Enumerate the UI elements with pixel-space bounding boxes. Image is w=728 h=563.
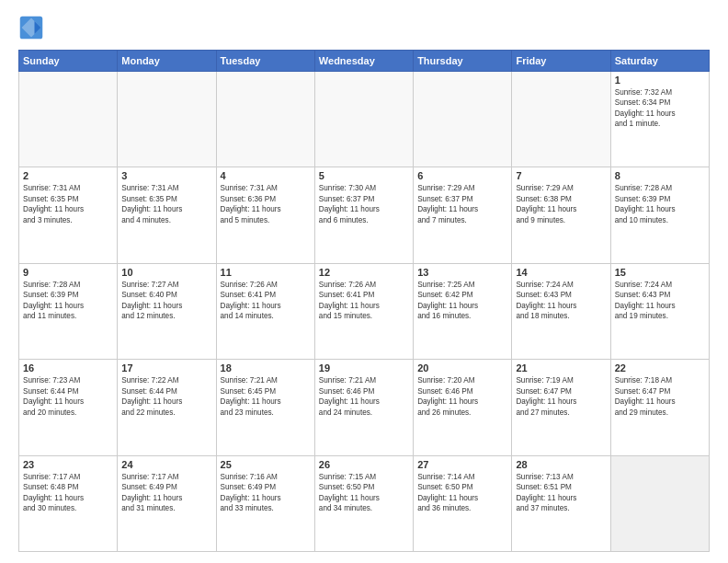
day-number: 7 bbox=[516, 170, 606, 181]
day-cell: 26Sunrise: 7:15 AM Sunset: 6:50 PM Dayli… bbox=[314, 455, 413, 551]
day-info: Sunrise: 7:24 AM Sunset: 6:43 PM Dayligh… bbox=[615, 280, 705, 322]
day-cell: 17Sunrise: 7:22 AM Sunset: 6:44 PM Dayli… bbox=[118, 360, 216, 455]
day-cell: 19Sunrise: 7:21 AM Sunset: 6:46 PM Dayli… bbox=[314, 360, 413, 455]
day-cell: 18Sunrise: 7:21 AM Sunset: 6:45 PM Dayli… bbox=[216, 360, 314, 455]
calendar-table: SundayMondayTuesdayWednesdayThursdayFrid… bbox=[18, 50, 710, 552]
day-cell: 21Sunrise: 7:19 AM Sunset: 6:47 PM Dayli… bbox=[512, 360, 610, 455]
day-number: 5 bbox=[319, 170, 409, 181]
weekday-header-friday: Friday bbox=[512, 51, 610, 72]
day-cell: 28Sunrise: 7:13 AM Sunset: 6:51 PM Dayli… bbox=[512, 455, 610, 551]
day-number: 21 bbox=[516, 362, 606, 373]
day-info: Sunrise: 7:14 AM Sunset: 6:50 PM Dayligh… bbox=[417, 472, 507, 514]
day-number: 10 bbox=[121, 267, 211, 278]
day-number: 22 bbox=[615, 362, 705, 373]
day-info: Sunrise: 7:21 AM Sunset: 6:46 PM Dayligh… bbox=[319, 375, 409, 418]
day-cell: 4Sunrise: 7:31 AM Sunset: 6:36 PM Daylig… bbox=[216, 167, 314, 263]
weekday-header-row: SundayMondayTuesdayWednesdayThursdayFrid… bbox=[19, 51, 710, 72]
day-number: 27 bbox=[417, 459, 507, 470]
weekday-header-saturday: Saturday bbox=[610, 51, 709, 72]
day-info: Sunrise: 7:31 AM Sunset: 6:35 PM Dayligh… bbox=[23, 183, 113, 225]
day-number: 28 bbox=[516, 459, 606, 470]
header bbox=[18, 15, 710, 40]
day-cell: 14Sunrise: 7:24 AM Sunset: 6:43 PM Dayli… bbox=[512, 263, 610, 359]
day-cell bbox=[610, 455, 709, 551]
day-info: Sunrise: 7:13 AM Sunset: 6:51 PM Dayligh… bbox=[516, 472, 606, 514]
day-info: Sunrise: 7:17 AM Sunset: 6:49 PM Dayligh… bbox=[121, 472, 211, 514]
day-cell: 24Sunrise: 7:17 AM Sunset: 6:49 PM Dayli… bbox=[118, 455, 216, 551]
week-row-4: 16Sunrise: 7:23 AM Sunset: 6:44 PM Dayli… bbox=[19, 360, 710, 455]
day-number: 13 bbox=[417, 267, 507, 278]
day-number: 4 bbox=[221, 170, 311, 181]
day-number: 18 bbox=[221, 362, 311, 373]
day-cell: 20Sunrise: 7:20 AM Sunset: 6:46 PM Dayli… bbox=[414, 360, 512, 455]
day-info: Sunrise: 7:22 AM Sunset: 6:44 PM Dayligh… bbox=[121, 375, 211, 418]
week-row-1: 1Sunrise: 7:32 AM Sunset: 6:34 PM Daylig… bbox=[19, 72, 710, 167]
week-row-3: 9Sunrise: 7:28 AM Sunset: 6:39 PM Daylig… bbox=[19, 263, 710, 359]
week-row-5: 23Sunrise: 7:17 AM Sunset: 6:48 PM Dayli… bbox=[19, 455, 710, 551]
day-number: 26 bbox=[319, 459, 409, 470]
day-info: Sunrise: 7:26 AM Sunset: 6:41 PM Dayligh… bbox=[319, 280, 409, 322]
day-number: 20 bbox=[417, 362, 507, 373]
day-number: 9 bbox=[23, 267, 113, 278]
day-number: 1 bbox=[615, 75, 705, 86]
day-number: 6 bbox=[417, 170, 507, 181]
day-info: Sunrise: 7:30 AM Sunset: 6:37 PM Dayligh… bbox=[319, 183, 409, 225]
day-cell: 3Sunrise: 7:31 AM Sunset: 6:35 PM Daylig… bbox=[118, 167, 216, 263]
day-cell: 13Sunrise: 7:25 AM Sunset: 6:42 PM Dayli… bbox=[414, 263, 512, 359]
day-cell: 25Sunrise: 7:16 AM Sunset: 6:49 PM Dayli… bbox=[216, 455, 314, 551]
day-number: 25 bbox=[221, 459, 311, 470]
day-cell: 27Sunrise: 7:14 AM Sunset: 6:50 PM Dayli… bbox=[414, 455, 512, 551]
weekday-header-thursday: Thursday bbox=[414, 51, 512, 72]
day-number: 2 bbox=[23, 170, 113, 181]
day-cell: 2Sunrise: 7:31 AM Sunset: 6:35 PM Daylig… bbox=[19, 167, 118, 263]
day-info: Sunrise: 7:16 AM Sunset: 6:49 PM Dayligh… bbox=[221, 472, 311, 514]
day-info: Sunrise: 7:29 AM Sunset: 6:38 PM Dayligh… bbox=[516, 183, 606, 225]
day-cell: 8Sunrise: 7:28 AM Sunset: 6:39 PM Daylig… bbox=[610, 167, 709, 263]
logo bbox=[18, 15, 48, 40]
day-number: 12 bbox=[319, 267, 409, 278]
day-cell bbox=[118, 72, 216, 167]
day-number: 23 bbox=[23, 459, 113, 470]
day-info: Sunrise: 7:31 AM Sunset: 6:35 PM Dayligh… bbox=[121, 183, 211, 225]
weekday-header-sunday: Sunday bbox=[19, 51, 118, 72]
day-info: Sunrise: 7:21 AM Sunset: 6:45 PM Dayligh… bbox=[221, 375, 311, 418]
day-cell: 1Sunrise: 7:32 AM Sunset: 6:34 PM Daylig… bbox=[610, 72, 709, 167]
day-number: 16 bbox=[23, 362, 113, 373]
day-info: Sunrise: 7:28 AM Sunset: 6:39 PM Dayligh… bbox=[23, 280, 113, 322]
weekday-header-monday: Monday bbox=[118, 51, 216, 72]
week-row-2: 2Sunrise: 7:31 AM Sunset: 6:35 PM Daylig… bbox=[19, 167, 710, 263]
day-number: 17 bbox=[121, 362, 211, 373]
day-number: 19 bbox=[319, 362, 409, 373]
day-cell: 5Sunrise: 7:30 AM Sunset: 6:37 PM Daylig… bbox=[314, 167, 413, 263]
day-cell bbox=[314, 72, 413, 167]
logo-icon bbox=[18, 15, 44, 40]
day-info: Sunrise: 7:24 AM Sunset: 6:43 PM Dayligh… bbox=[516, 280, 606, 322]
day-cell: 15Sunrise: 7:24 AM Sunset: 6:43 PM Dayli… bbox=[610, 263, 709, 359]
day-number: 11 bbox=[221, 267, 311, 278]
day-cell bbox=[414, 72, 512, 167]
day-info: Sunrise: 7:19 AM Sunset: 6:47 PM Dayligh… bbox=[516, 375, 606, 418]
day-info: Sunrise: 7:28 AM Sunset: 6:39 PM Dayligh… bbox=[615, 183, 705, 225]
day-info: Sunrise: 7:26 AM Sunset: 6:41 PM Dayligh… bbox=[221, 280, 311, 322]
day-number: 24 bbox=[121, 459, 211, 470]
day-cell bbox=[19, 72, 118, 167]
day-cell: 10Sunrise: 7:27 AM Sunset: 6:40 PM Dayli… bbox=[118, 263, 216, 359]
day-cell: 11Sunrise: 7:26 AM Sunset: 6:41 PM Dayli… bbox=[216, 263, 314, 359]
day-cell: 23Sunrise: 7:17 AM Sunset: 6:48 PM Dayli… bbox=[19, 455, 118, 551]
weekday-header-wednesday: Wednesday bbox=[314, 51, 413, 72]
day-info: Sunrise: 7:25 AM Sunset: 6:42 PM Dayligh… bbox=[417, 280, 507, 322]
day-info: Sunrise: 7:20 AM Sunset: 6:46 PM Dayligh… bbox=[417, 375, 507, 418]
day-cell: 6Sunrise: 7:29 AM Sunset: 6:37 PM Daylig… bbox=[414, 167, 512, 263]
day-cell: 22Sunrise: 7:18 AM Sunset: 6:47 PM Dayli… bbox=[610, 360, 709, 455]
day-info: Sunrise: 7:32 AM Sunset: 6:34 PM Dayligh… bbox=[615, 87, 705, 130]
day-number: 15 bbox=[615, 267, 705, 278]
day-cell bbox=[512, 72, 610, 167]
day-info: Sunrise: 7:18 AM Sunset: 6:47 PM Dayligh… bbox=[615, 375, 705, 418]
day-info: Sunrise: 7:27 AM Sunset: 6:40 PM Dayligh… bbox=[121, 280, 211, 322]
day-number: 3 bbox=[121, 170, 211, 181]
day-info: Sunrise: 7:31 AM Sunset: 6:36 PM Dayligh… bbox=[221, 183, 311, 225]
day-info: Sunrise: 7:15 AM Sunset: 6:50 PM Dayligh… bbox=[319, 472, 409, 514]
page: SundayMondayTuesdayWednesdayThursdayFrid… bbox=[0, 0, 728, 563]
day-info: Sunrise: 7:23 AM Sunset: 6:44 PM Dayligh… bbox=[23, 375, 113, 418]
day-cell: 16Sunrise: 7:23 AM Sunset: 6:44 PM Dayli… bbox=[19, 360, 118, 455]
